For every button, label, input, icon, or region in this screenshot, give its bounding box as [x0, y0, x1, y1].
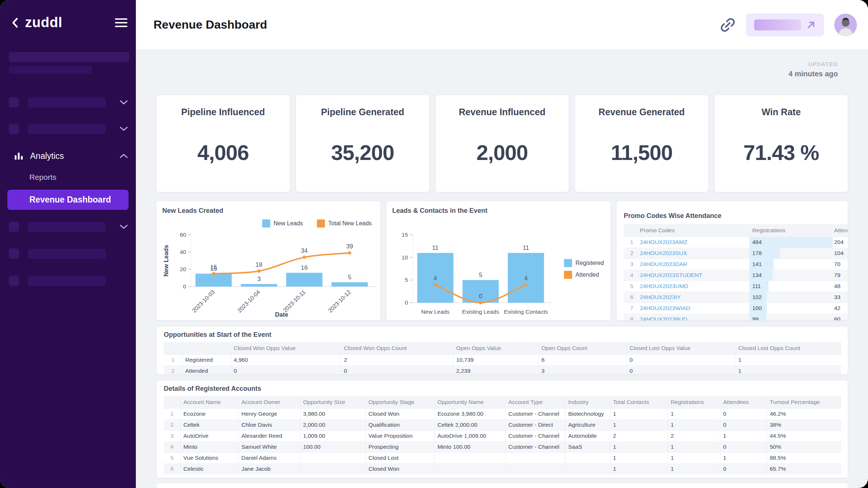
table-cell: 10,739	[453, 354, 538, 365]
menu-item-skeleton	[28, 249, 106, 259]
column-header: Closed Won Opps Count	[341, 342, 453, 354]
sidebar-item-placeholder[interactable]	[9, 222, 128, 232]
table-cell: 0	[626, 365, 735, 375]
table-cell: Minto 100.00	[434, 441, 505, 452]
table-cell: 1,009.00	[300, 430, 365, 441]
table-cell: 1	[668, 408, 720, 419]
svg-text:11: 11	[432, 244, 438, 251]
table-cell: 178	[749, 248, 833, 259]
svg-text:18: 18	[256, 261, 262, 268]
sidebar-item-revenue-dashboard[interactable]: Revenue Dashboard	[7, 190, 129, 210]
kpi-card-win-rate: Win Rate 71.43 %	[714, 95, 848, 192]
promo-code-link[interactable]: 24HOUX2023IY	[637, 292, 749, 303]
table-row: 124HOUX2023AMZ484204	[624, 237, 848, 248]
table-cell: 100.00	[300, 441, 365, 452]
table-cell: 1	[610, 419, 668, 430]
chart-title: Leads & Contacts in the Event	[386, 201, 610, 215]
table-header-row: Account NameAccount OwnerOpportunity Siz…	[164, 396, 841, 408]
table-cell: 141	[749, 259, 833, 270]
chevron-down-icon[interactable]	[120, 225, 128, 229]
table-header-row: Closed Won Opps ValueClosed Won Opps Cou…	[164, 342, 841, 354]
table-cell: Daniel Adams	[238, 452, 300, 463]
table-cell: 38%	[767, 419, 841, 430]
promo-code-link[interactable]: 24HOUX2023SUX	[637, 248, 749, 259]
promo-code-link[interactable]: 24HOUX2023UMD	[637, 281, 749, 292]
kpi-card-pipeline-generated: Pipeline Generated 35,200	[296, 95, 430, 192]
menu-item-icon	[9, 276, 19, 286]
sidebar-item-placeholder[interactable]	[9, 124, 128, 134]
promo-code-link[interactable]: 24HOUX2023BUD	[637, 314, 749, 321]
promo-code-link[interactable]: 24HOUX2023WIAD	[637, 303, 749, 314]
column-header: Account Type	[505, 396, 565, 408]
user-avatar[interactable]	[834, 14, 857, 36]
dashboard-content: UPDATED 4 minutes ago Pipeline Influence…	[136, 50, 868, 488]
chart-title: New Leads Created	[156, 201, 380, 215]
table-cell: 1	[610, 463, 668, 474]
chevron-down-icon[interactable]	[120, 127, 128, 131]
svg-text:2023-10-12: 2023-10-12	[327, 289, 352, 314]
table-cell: 60	[833, 314, 848, 321]
legend-swatch	[317, 219, 325, 227]
promo-code-link[interactable]: 24HOUX2023AMZ	[637, 237, 749, 248]
avatar-photo	[834, 14, 857, 36]
kpi-value: 4,006	[156, 140, 290, 165]
table-cell: 0	[720, 441, 767, 452]
svg-text:20: 20	[180, 266, 187, 272]
sidebar-item-analytics[interactable]: Analytics	[14, 151, 128, 161]
table-row: 824HOUX2023BUD9960	[624, 314, 848, 321]
svg-text:New Leads: New Leads	[421, 309, 450, 315]
svg-text:34: 34	[301, 247, 308, 254]
table-cell: 6	[538, 354, 626, 365]
promo-code-link[interactable]: 24HOUX2023DAR	[637, 259, 749, 270]
table-title: Opportunities at Start of the Event	[164, 331, 840, 339]
svg-text:2023-10-04: 2023-10-04	[236, 289, 261, 314]
kpi-value: 2,000	[435, 140, 569, 165]
table-cell: 204	[833, 237, 848, 248]
back-chevron-icon[interactable]	[11, 17, 19, 29]
table-cell: 1	[668, 463, 720, 474]
chevron-down-icon[interactable]	[120, 100, 128, 105]
sidebar: zuddl	[0, 0, 136, 488]
table-cell: 134	[749, 270, 833, 281]
charts-row: New Leads Created New Leads Total New Le…	[156, 201, 848, 321]
table-cell: 1	[610, 452, 668, 463]
table-cell: 6	[624, 292, 637, 303]
kpi-card-pipeline-influenced: Pipeline Influenced 4,006	[156, 95, 290, 192]
menu-item-skeleton	[28, 222, 106, 232]
column-header: Promo Codes	[637, 224, 749, 237]
column-header: Account Owner	[238, 396, 300, 408]
table-row: 1EcozoneHenry George3,980.00Closed WonEc…	[164, 408, 841, 419]
zuddl-logo: zuddl	[25, 15, 62, 30]
table-cell: 1	[624, 237, 637, 248]
kpi-card-revenue-influenced: Revenue Influenced 2,000	[435, 95, 569, 192]
chevron-up-icon[interactable]	[120, 154, 128, 158]
hamburger-menu-icon[interactable]	[115, 18, 128, 28]
export-button[interactable]	[746, 14, 824, 36]
table-cell: 0	[626, 354, 735, 365]
analytics-label: Analytics	[30, 151, 64, 161]
export-button-skeleton	[754, 19, 801, 30]
table-cell: AutoDrive 1,009.00	[434, 430, 505, 441]
sidebar-item-placeholder[interactable]	[9, 97, 128, 108]
table-cell	[505, 463, 565, 474]
kpi-value: 71.43 %	[715, 140, 848, 165]
table-cell: 44.5%	[767, 430, 841, 441]
table-cell: 1	[720, 430, 767, 441]
table-cell	[300, 463, 365, 474]
legend-item-total-new-leads: Total New Leads	[317, 219, 372, 227]
sidebar-item-reports[interactable]: Reports	[29, 173, 57, 182]
table-cell	[300, 452, 365, 463]
svg-text:15: 15	[402, 232, 408, 238]
table-row: 2CeltekChloe Davis2,000.00QualificationC…	[164, 419, 841, 430]
promo-code-link[interactable]: 24HOUX2023STUDENT	[637, 270, 749, 281]
menu-item-skeleton	[28, 124, 106, 134]
copy-link-button[interactable]	[720, 17, 736, 33]
table-cell: Prospecting	[365, 441, 434, 452]
sidebar-item-placeholder[interactable]	[9, 276, 128, 286]
table-cell: 0	[720, 463, 767, 474]
table-cell: 1	[735, 365, 841, 375]
table-cell: 3	[164, 430, 180, 441]
table-row: 224HOUX2023SUX178104	[624, 248, 848, 259]
sidebar-item-placeholder[interactable]	[9, 248, 128, 259]
table-cell: Chloe Davis	[238, 419, 300, 430]
